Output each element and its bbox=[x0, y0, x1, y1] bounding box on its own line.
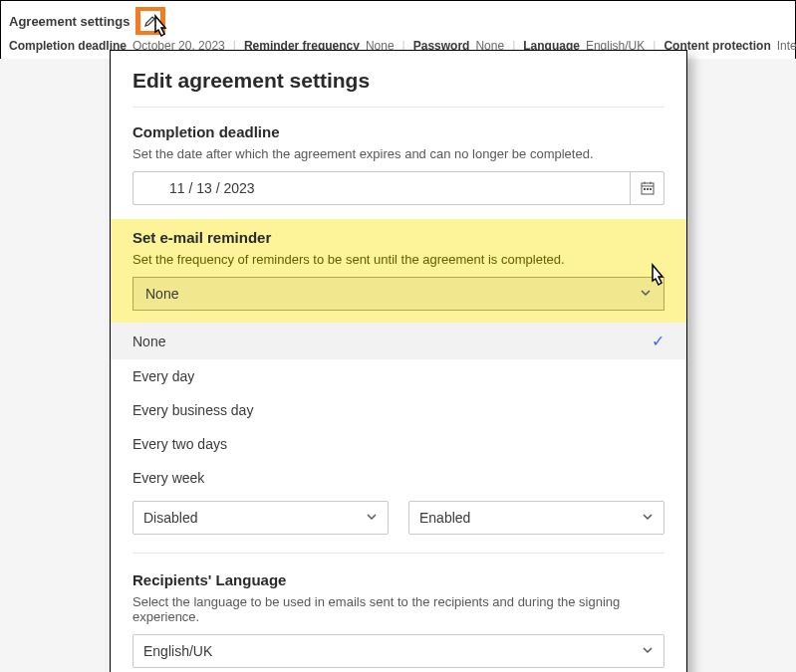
deadline-section-title: Completion deadline bbox=[133, 123, 664, 140]
edit-settings-button[interactable] bbox=[135, 7, 165, 35]
internal-protection-select[interactable]: Disabled bbox=[133, 501, 389, 535]
svg-rect-7 bbox=[650, 188, 652, 190]
language-select[interactable]: English/UK bbox=[133, 634, 664, 668]
chevron-down-icon bbox=[642, 510, 654, 526]
chevron-down-icon bbox=[642, 643, 654, 659]
chevron-down-icon bbox=[640, 286, 652, 302]
language-section: Recipients' Language Select the language… bbox=[133, 571, 664, 668]
language-section-title: Recipients' Language bbox=[133, 571, 664, 588]
reminder-option-every-business-day[interactable]: Every business day bbox=[111, 393, 686, 427]
deadline-section-desc: Set the date after which the agreement e… bbox=[133, 146, 664, 161]
deadline-section: Completion deadline Set the date after w… bbox=[133, 123, 664, 205]
reminder-option-every-week[interactable]: Every week bbox=[111, 461, 686, 495]
modal-title: Edit agreement settings bbox=[133, 69, 664, 93]
reminder-frequency-dropdown: None ✓ Every day Every business day Ever… bbox=[111, 323, 686, 495]
reminder-section-title: Set e-mail reminder bbox=[133, 229, 664, 246]
reminder-frequency-select[interactable]: None bbox=[133, 277, 664, 311]
deadline-date-input[interactable]: 11 / 13 / 2023 bbox=[133, 171, 664, 205]
internal-select-value: Disabled bbox=[143, 510, 366, 526]
external-select-value: Enabled bbox=[419, 510, 642, 526]
reminder-option-none[interactable]: None ✓ bbox=[111, 323, 686, 359]
edit-agreement-modal: Edit agreement settings Completion deadl… bbox=[110, 50, 687, 672]
language-select-value: English/UK bbox=[143, 643, 642, 659]
reminder-selected-value: None bbox=[145, 286, 178, 302]
reminder-option-every-day[interactable]: Every day bbox=[111, 359, 686, 393]
svg-rect-5 bbox=[644, 188, 646, 190]
reminder-section-desc: Set the frequency of reminders to be sen… bbox=[133, 252, 664, 267]
svg-rect-6 bbox=[647, 188, 649, 190]
pencil-icon bbox=[140, 11, 160, 31]
calendar-icon[interactable] bbox=[630, 172, 663, 204]
reminder-section: Set e-mail reminder Set the frequency of… bbox=[111, 219, 686, 323]
check-icon: ✓ bbox=[652, 332, 664, 350]
deadline-date-value: 11 / 13 / 2023 bbox=[169, 180, 654, 196]
page-title: Agreement settings bbox=[9, 14, 130, 29]
protection-value: Internal disabled & External enabled bbox=[777, 39, 796, 53]
reminder-option-every-two-days[interactable]: Every two days bbox=[111, 427, 686, 461]
external-protection-select[interactable]: Enabled bbox=[408, 501, 664, 535]
language-section-desc: Select the language to be used in emails… bbox=[133, 594, 664, 624]
chevron-down-icon bbox=[366, 510, 378, 526]
